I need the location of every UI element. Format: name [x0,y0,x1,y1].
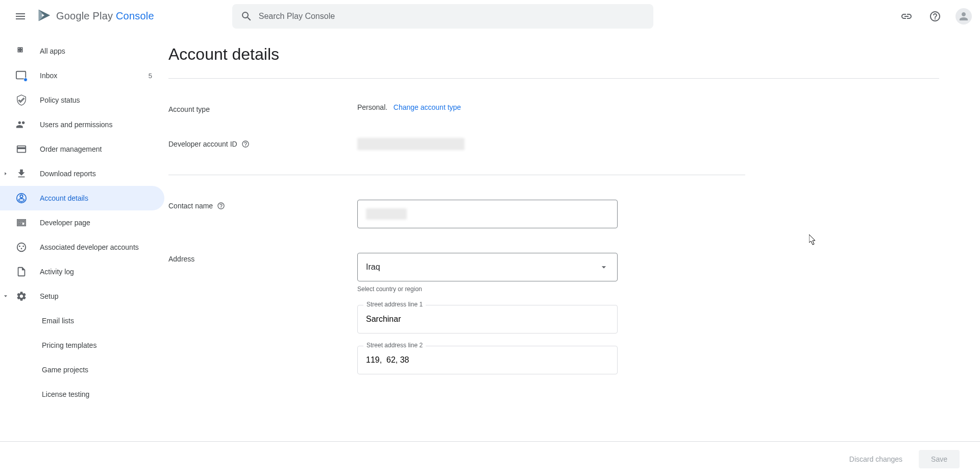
sidebar-item-orders[interactable]: Order management [0,137,168,161]
main-content: Account details Account type Personal. C… [168,33,980,476]
sidebar-item-inbox[interactable]: Inbox 5 [0,63,168,88]
nav-label: Activity log [40,268,158,276]
inbox-count: 5 [149,72,152,80]
nav-label: Game projects [42,366,158,374]
nav-label: Associated developer accounts [40,243,158,251]
sidebar-item-license[interactable]: License testing [0,382,168,407]
street1-label: Street address line 1 [363,301,426,308]
caret-right-icon [3,171,8,176]
nav-label: Inbox [40,72,149,80]
nav-label: Pricing templates [42,341,158,349]
associated-icon [15,241,28,253]
svg-point-0 [17,243,26,252]
help-icon[interactable] [241,140,250,148]
sidebar-item-users[interactable]: Users and permissions [0,112,168,137]
search-input[interactable] [259,12,645,21]
nav-label: Order management [40,145,158,153]
hamburger-icon [14,10,27,22]
account-type-value: Personal. [357,103,387,111]
divider [168,175,745,175]
gear-icon [15,290,28,302]
save-button[interactable]: Save [919,450,960,468]
svg-point-1 [19,246,20,247]
country-select[interactable]: Iraq [357,253,618,281]
footer-bar: Discard changes Save [0,441,980,476]
search-icon [240,10,253,22]
shield-icon [15,94,28,106]
sidebar-item-all-apps[interactable]: All apps [0,39,168,63]
label-developer-id: Developer account ID [168,138,357,148]
nav-label: Setup [40,292,158,300]
help-button[interactable] [923,4,947,29]
developer-id-value [357,138,464,150]
nav-label: License testing [42,390,158,398]
chevron-down-icon [599,262,609,272]
users-icon [15,118,28,131]
card-icon [15,143,28,155]
play-console-icon [37,8,52,25]
row-developer-id: Developer account ID [168,138,939,150]
svg-point-2 [22,246,24,247]
sidebar-item-activity[interactable]: Activity log [0,259,168,284]
sidebar-item-email-lists[interactable]: Email lists [0,308,168,333]
sidebar-item-developer-page[interactable]: Developer page [0,210,168,235]
sidebar-item-associated[interactable]: Associated developer accounts [0,235,168,259]
divider [168,78,939,79]
nav-label: All apps [40,47,158,55]
link-button[interactable] [894,4,919,29]
contact-name-input[interactable] [357,200,618,228]
notification-dot [23,78,28,82]
sidebar-item-pricing[interactable]: Pricing templates [0,333,168,358]
sidebar-item-account-details[interactable]: Account details [0,186,164,210]
label-account-type: Account type [168,103,357,113]
svg-point-3 [21,248,22,249]
account-icon [15,192,28,204]
country-value: Iraq [366,263,380,272]
row-account-type: Account type Personal. Change account ty… [168,103,939,113]
label-contact-name: Contact name [168,200,357,210]
nav-label: Account details [40,194,154,202]
label-address: Address [168,253,357,263]
street1-field[interactable]: Street address line 1 [357,305,618,334]
sidebar-item-game-projects[interactable]: Game projects [0,358,168,382]
street2-label: Street address line 2 [363,342,426,349]
download-icon [15,168,28,180]
row-contact-name: Contact name [168,200,939,228]
logo[interactable]: Google Play Console [37,8,154,25]
street2-input[interactable] [357,346,618,374]
row-address: Address Iraq Select country or region St… [168,253,939,374]
account-avatar[interactable] [955,8,972,25]
nav-label: Email lists [42,317,158,325]
nav-label: Users and permissions [40,121,158,129]
logo-text: Google Play Console [56,10,154,22]
nav-label: Download reports [40,170,158,178]
search-bar[interactable] [232,4,653,29]
help-icon[interactable] [217,202,225,210]
caret-down-icon [3,294,8,299]
sidebar: All apps Inbox 5 Policy status Users and… [0,33,168,476]
street2-field[interactable]: Street address line 2 [357,346,618,374]
change-account-type-link[interactable]: Change account type [394,103,461,111]
sidebar-item-downloads[interactable]: Download reports [0,161,168,186]
page-icon [15,217,28,229]
street1-input[interactable] [357,305,618,334]
log-icon [15,266,28,278]
link-icon [900,10,913,22]
contact-name-value [366,208,407,220]
apps-icon [15,45,28,57]
country-helper: Select country or region [357,285,623,293]
menu-button[interactable] [8,4,33,29]
help-icon [929,10,941,22]
page-title: Account details [168,45,939,64]
discard-button[interactable]: Discard changes [841,450,911,468]
person-icon [958,10,970,22]
sidebar-item-setup[interactable]: Setup [0,284,168,308]
nav-label: Policy status [40,96,158,104]
sidebar-item-policy[interactable]: Policy status [0,88,168,112]
nav-label: Developer page [40,219,158,227]
